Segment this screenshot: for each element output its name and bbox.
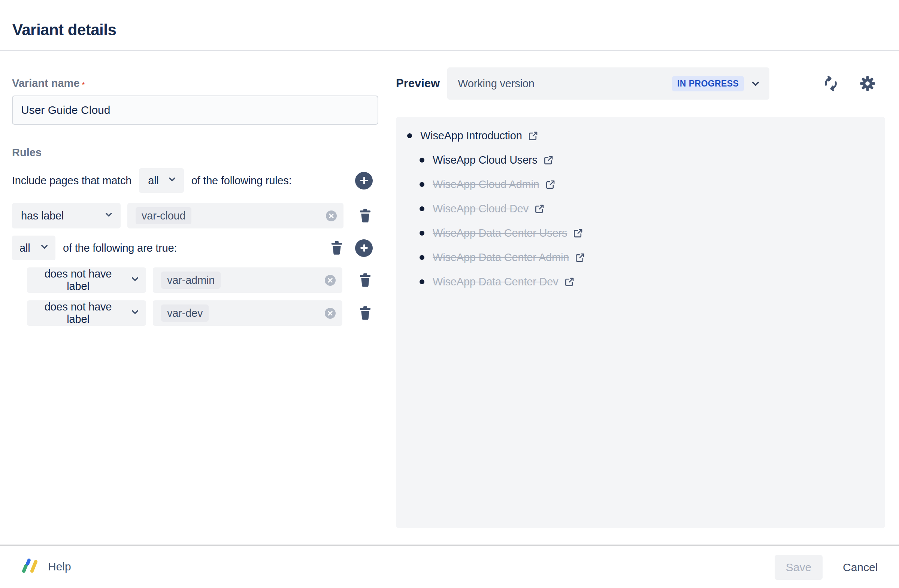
chevron-down-icon [104, 209, 114, 222]
tree-item: WiseApp Introduction [396, 123, 885, 148]
rule-admin-condition-value: does not have label [34, 268, 122, 293]
match-operator-value: all [148, 174, 158, 187]
external-link-icon[interactable] [544, 155, 554, 165]
preview-tree-panel: WiseApp Introduction WiseApp Cloud Users… [396, 117, 885, 528]
footer-divider [0, 545, 899, 546]
rule-row-dev: does not have label var-dev [12, 300, 378, 326]
trash-icon [359, 273, 372, 287]
variant-form: Variant name* Rules Include pages that m… [12, 77, 378, 326]
tri-slash-logo-icon [22, 559, 39, 574]
preview-heading: Preview [396, 77, 440, 90]
rule-cloud-value-field[interactable]: var-cloud [127, 203, 343, 228]
variant-name-input[interactable] [12, 96, 378, 125]
external-link-icon[interactable] [575, 252, 585, 262]
page-title-text: WiseApp Data Center Admin [433, 251, 569, 264]
label-chip: var-dev [161, 304, 209, 322]
rule-dev-condition-select[interactable]: does not have label [27, 300, 146, 326]
trash-icon [359, 306, 372, 320]
tree-item-excluded: WiseApp Data Center Dev [396, 270, 885, 294]
chevron-down-icon [130, 307, 140, 319]
trash-icon [359, 208, 372, 223]
rule-group-row: all of the following are true: [12, 235, 378, 261]
help-link[interactable]: Help [22, 559, 71, 574]
external-link-icon[interactable] [573, 228, 583, 238]
required-asterisk: * [82, 82, 85, 88]
plus-icon [359, 243, 369, 253]
external-link-icon[interactable] [564, 277, 575, 287]
version-dropdown[interactable]: Working version IN PROGRESS [447, 68, 769, 100]
tree-item-excluded: WiseApp Data Center Admin [396, 245, 885, 270]
rules-heading: Rules [12, 147, 378, 159]
rule-admin-value-field[interactable]: var-admin [153, 267, 342, 293]
tree-item-excluded: WiseApp Cloud Admin [396, 172, 885, 197]
rule-admin-condition-select[interactable]: does not have label [27, 267, 146, 293]
rule-dev-value-field[interactable]: var-dev [153, 300, 342, 326]
clear-value-button[interactable] [325, 308, 336, 319]
tree-item-excluded: WiseApp Cloud Dev [396, 197, 885, 221]
add-rule-button[interactable] [355, 172, 373, 190]
delete-rule-button[interactable] [357, 206, 374, 225]
preview-settings-button[interactable] [859, 75, 876, 92]
match-sentence-suffix: of the following rules: [192, 174, 292, 187]
page-title-text: WiseApp Cloud Admin [433, 178, 539, 191]
external-link-icon[interactable] [528, 131, 538, 141]
variant-details-dialog: Variant details Variant name* Rules Incl… [0, 0, 899, 588]
header-divider [0, 50, 899, 51]
group-sentence-suffix: of the following are true: [63, 242, 177, 254]
variant-name-label: Variant name [12, 77, 80, 89]
rule-cloud-condition-select[interactable]: has label [12, 203, 120, 228]
clear-value-button[interactable] [325, 275, 336, 286]
circle-x-icon [327, 278, 333, 283]
delete-rule-button[interactable] [357, 270, 374, 290]
version-dropdown-value: Working version [458, 77, 534, 90]
add-group-rule-button[interactable] [355, 239, 373, 257]
help-label: Help [48, 560, 71, 573]
group-operator-select[interactable]: all [12, 236, 56, 260]
status-badge: IN PROGRESS [672, 76, 744, 91]
variant-name-label-row: Variant name* [12, 77, 378, 90]
tree-item-excluded: WiseApp Data Center Users [396, 221, 885, 245]
match-rule-sentence: Include pages that match all of the foll… [12, 168, 378, 193]
circle-x-icon [327, 310, 333, 316]
rule-cloud-condition-value: has label [21, 210, 64, 222]
external-link-icon[interactable] [534, 204, 545, 214]
plus-icon [359, 176, 369, 185]
chevron-down-icon [130, 274, 140, 287]
tree-item: WiseApp Cloud Users [396, 148, 885, 172]
trash-icon [331, 241, 343, 255]
circle-x-icon [329, 213, 334, 219]
match-operator-select[interactable]: all [139, 168, 184, 193]
clear-value-button[interactable] [326, 210, 337, 221]
delete-group-button[interactable] [328, 238, 345, 258]
external-link-icon[interactable] [545, 179, 556, 190]
gear-icon [859, 75, 876, 92]
save-button[interactable]: Save [775, 555, 823, 580]
chevron-down-icon [167, 174, 177, 187]
rule-row-admin: does not have label var-admin [12, 267, 378, 293]
delete-rule-button[interactable] [357, 303, 374, 323]
rule-row-cloud: has label var-cloud [12, 203, 378, 228]
group-operator-value: all [20, 242, 30, 254]
page-title-text: WiseApp Introduction [420, 130, 522, 142]
match-sentence-prefix: Include pages that match [12, 174, 131, 187]
chevron-down-icon [39, 242, 49, 254]
refresh-preview-button[interactable] [822, 75, 839, 92]
page-title: Variant details [12, 21, 116, 39]
refresh-icon [822, 75, 839, 92]
page-title-text: WiseApp Cloud Users [433, 154, 538, 166]
rule-dev-condition-value: does not have label [34, 301, 122, 326]
preview-header: Preview Working version IN PROGRESS [396, 68, 885, 100]
page-title-text: WiseApp Data Center Dev [433, 276, 559, 288]
label-chip: var-admin [161, 272, 221, 289]
page-tree: WiseApp Introduction WiseApp Cloud Users… [396, 117, 885, 294]
cancel-button[interactable]: Cancel [838, 555, 882, 580]
chevron-down-icon [750, 78, 761, 89]
page-title-text: WiseApp Data Center Users [433, 227, 567, 239]
label-chip: var-cloud [136, 207, 192, 224]
page-title-text: WiseApp Cloud Dev [433, 203, 528, 215]
